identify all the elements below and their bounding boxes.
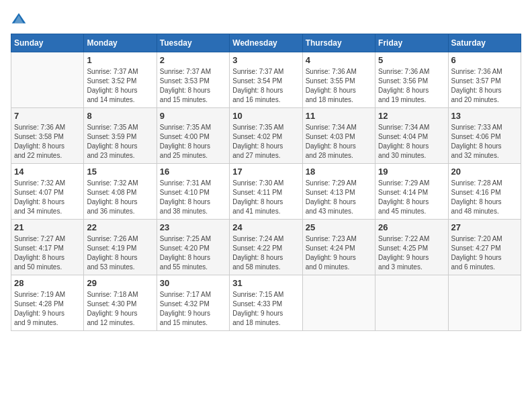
day-info: Sunrise: 7:27 AM Sunset: 4:17 PM Dayligh…	[14, 234, 81, 272]
header-day-wednesday: Wednesday	[230, 34, 302, 52]
day-info: Sunrise: 7:26 AM Sunset: 4:19 PM Dayligh…	[87, 234, 153, 272]
day-number: 11	[306, 111, 372, 121]
calendar-cell: 14Sunrise: 7:32 AM Sunset: 4:07 PM Dayli…	[11, 164, 84, 220]
day-info: Sunrise: 7:35 AM Sunset: 4:00 PM Dayligh…	[160, 123, 226, 161]
calendar-cell: 3Sunrise: 7:37 AM Sunset: 3:54 PM Daylig…	[230, 52, 302, 108]
calendar-cell: 27Sunrise: 7:20 AM Sunset: 4:27 PM Dayli…	[448, 220, 521, 275]
day-info: Sunrise: 7:17 AM Sunset: 4:32 PM Dayligh…	[160, 290, 226, 328]
day-number: 24	[232, 222, 299, 232]
day-info: Sunrise: 7:20 AM Sunset: 4:27 PM Dayligh…	[451, 234, 518, 272]
calendar-cell: 19Sunrise: 7:29 AM Sunset: 4:14 PM Dayli…	[375, 164, 448, 220]
day-info: Sunrise: 7:37 AM Sunset: 3:52 PM Dayligh…	[87, 67, 153, 105]
calendar-cell	[448, 275, 521, 331]
calendar-week-1: 1Sunrise: 7:37 AM Sunset: 3:52 PM Daylig…	[11, 52, 521, 108]
calendar-cell: 23Sunrise: 7:25 AM Sunset: 4:20 PM Dayli…	[157, 220, 229, 275]
day-info: Sunrise: 7:30 AM Sunset: 4:11 PM Dayligh…	[232, 179, 299, 216]
day-number: 17	[232, 167, 299, 177]
calendar-cell: 11Sunrise: 7:34 AM Sunset: 4:03 PM Dayli…	[302, 108, 375, 164]
calendar-cell: 6Sunrise: 7:36 AM Sunset: 3:57 PM Daylig…	[448, 52, 521, 108]
calendar-cell: 10Sunrise: 7:35 AM Sunset: 4:02 PM Dayli…	[230, 108, 302, 164]
day-info: Sunrise: 7:24 AM Sunset: 4:22 PM Dayligh…	[232, 234, 299, 272]
logo	[11, 11, 30, 27]
day-number: 20	[451, 167, 518, 177]
day-number: 31	[232, 278, 299, 288]
day-number: 4	[306, 55, 372, 65]
calendar-week-4: 21Sunrise: 7:27 AM Sunset: 4:17 PM Dayli…	[11, 220, 521, 275]
day-info: Sunrise: 7:34 AM Sunset: 4:04 PM Dayligh…	[378, 123, 445, 161]
day-info: Sunrise: 7:36 AM Sunset: 3:58 PM Dayligh…	[14, 123, 81, 161]
header-day-saturday: Saturday	[448, 34, 521, 52]
calendar-cell: 22Sunrise: 7:26 AM Sunset: 4:19 PM Dayli…	[84, 220, 157, 275]
day-number: 28	[14, 278, 81, 288]
header-day-tuesday: Tuesday	[157, 34, 229, 52]
calendar-cell: 30Sunrise: 7:17 AM Sunset: 4:32 PM Dayli…	[157, 275, 229, 331]
day-number: 6	[451, 55, 518, 65]
day-number: 9	[160, 111, 226, 121]
day-number: 22	[87, 222, 153, 232]
day-number: 16	[160, 167, 226, 177]
calendar-cell: 15Sunrise: 7:32 AM Sunset: 4:08 PM Dayli…	[84, 164, 157, 220]
calendar-table: SundayMondayTuesdayWednesdayThursdayFrid…	[11, 34, 521, 331]
calendar-cell: 21Sunrise: 7:27 AM Sunset: 4:17 PM Dayli…	[11, 220, 84, 275]
day-number: 13	[451, 111, 518, 121]
day-info: Sunrise: 7:36 AM Sunset: 3:57 PM Dayligh…	[451, 67, 518, 105]
calendar-cell: 17Sunrise: 7:30 AM Sunset: 4:11 PM Dayli…	[230, 164, 302, 220]
calendar-cell: 4Sunrise: 7:36 AM Sunset: 3:55 PM Daylig…	[302, 52, 375, 108]
day-info: Sunrise: 7:35 AM Sunset: 4:02 PM Dayligh…	[232, 123, 299, 161]
logo-icon	[11, 11, 27, 27]
day-info: Sunrise: 7:25 AM Sunset: 4:20 PM Dayligh…	[160, 234, 226, 272]
calendar-cell: 24Sunrise: 7:24 AM Sunset: 4:22 PM Dayli…	[230, 220, 302, 275]
day-info: Sunrise: 7:15 AM Sunset: 4:33 PM Dayligh…	[232, 290, 299, 328]
day-info: Sunrise: 7:19 AM Sunset: 4:28 PM Dayligh…	[14, 290, 81, 328]
day-number: 7	[14, 111, 81, 121]
day-number: 14	[14, 167, 81, 177]
day-info: Sunrise: 7:36 AM Sunset: 3:55 PM Dayligh…	[306, 67, 372, 105]
calendar-cell: 2Sunrise: 7:37 AM Sunset: 3:53 PM Daylig…	[157, 52, 229, 108]
calendar-cell: 1Sunrise: 7:37 AM Sunset: 3:52 PM Daylig…	[84, 52, 157, 108]
day-info: Sunrise: 7:34 AM Sunset: 4:03 PM Dayligh…	[306, 123, 372, 161]
day-number: 3	[232, 55, 299, 65]
calendar-header-row: SundayMondayTuesdayWednesdayThursdayFrid…	[11, 34, 521, 52]
day-info: Sunrise: 7:32 AM Sunset: 4:08 PM Dayligh…	[87, 179, 153, 216]
day-number: 29	[87, 278, 153, 288]
day-info: Sunrise: 7:33 AM Sunset: 4:06 PM Dayligh…	[451, 123, 518, 161]
day-info: Sunrise: 7:37 AM Sunset: 3:54 PM Dayligh…	[232, 67, 299, 105]
calendar-week-5: 28Sunrise: 7:19 AM Sunset: 4:28 PM Dayli…	[11, 275, 521, 331]
calendar-cell: 7Sunrise: 7:36 AM Sunset: 3:58 PM Daylig…	[11, 108, 84, 164]
day-info: Sunrise: 7:31 AM Sunset: 4:10 PM Dayligh…	[160, 179, 226, 216]
day-number: 10	[232, 111, 299, 121]
header-day-thursday: Thursday	[302, 34, 375, 52]
day-number: 21	[14, 222, 81, 232]
calendar-cell: 12Sunrise: 7:34 AM Sunset: 4:04 PM Dayli…	[375, 108, 448, 164]
calendar-cell: 8Sunrise: 7:35 AM Sunset: 3:59 PM Daylig…	[84, 108, 157, 164]
header-day-sunday: Sunday	[11, 34, 84, 52]
calendar-cell: 18Sunrise: 7:29 AM Sunset: 4:13 PM Dayli…	[302, 164, 375, 220]
calendar-cell: 5Sunrise: 7:36 AM Sunset: 3:56 PM Daylig…	[375, 52, 448, 108]
calendar-cell	[302, 275, 375, 331]
day-info: Sunrise: 7:22 AM Sunset: 4:25 PM Dayligh…	[378, 234, 445, 272]
day-number: 2	[160, 55, 226, 65]
day-number: 30	[160, 278, 226, 288]
day-number: 23	[160, 222, 226, 232]
day-info: Sunrise: 7:37 AM Sunset: 3:53 PM Dayligh…	[160, 67, 226, 105]
calendar-week-3: 14Sunrise: 7:32 AM Sunset: 4:07 PM Dayli…	[11, 164, 521, 220]
day-number: 19	[378, 167, 445, 177]
calendar-cell: 26Sunrise: 7:22 AM Sunset: 4:25 PM Dayli…	[375, 220, 448, 275]
calendar-cell: 20Sunrise: 7:28 AM Sunset: 4:16 PM Dayli…	[448, 164, 521, 220]
header-day-friday: Friday	[375, 34, 448, 52]
day-number: 15	[87, 167, 153, 177]
page-header	[11, 11, 521, 27]
day-number: 8	[87, 111, 153, 121]
calendar-cell: 9Sunrise: 7:35 AM Sunset: 4:00 PM Daylig…	[157, 108, 229, 164]
day-info: Sunrise: 7:29 AM Sunset: 4:13 PM Dayligh…	[306, 179, 372, 216]
header-day-monday: Monday	[84, 34, 157, 52]
calendar-cell: 28Sunrise: 7:19 AM Sunset: 4:28 PM Dayli…	[11, 275, 84, 331]
calendar-cell	[375, 275, 448, 331]
calendar-cell: 29Sunrise: 7:18 AM Sunset: 4:30 PM Dayli…	[84, 275, 157, 331]
day-number: 5	[378, 55, 445, 65]
calendar-cell: 25Sunrise: 7:23 AM Sunset: 4:24 PM Dayli…	[302, 220, 375, 275]
day-info: Sunrise: 7:18 AM Sunset: 4:30 PM Dayligh…	[87, 290, 153, 328]
day-info: Sunrise: 7:29 AM Sunset: 4:14 PM Dayligh…	[378, 179, 445, 216]
day-number: 18	[306, 167, 372, 177]
day-info: Sunrise: 7:32 AM Sunset: 4:07 PM Dayligh…	[14, 179, 81, 216]
